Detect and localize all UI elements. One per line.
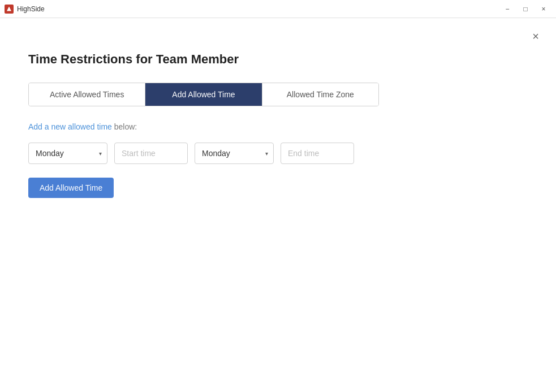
maximize-button[interactable]: □ [518,3,533,15]
dialog-container: Time Restrictions for Team Member Active… [0,18,556,221]
title-bar-controls: − □ × [499,3,551,15]
close-dialog-button[interactable]: × [527,27,545,45]
add-allowed-time-button[interactable]: Add Allowed Time [28,178,114,198]
title-bar: HighSide − □ × [0,0,556,18]
start-time-input[interactable] [114,143,188,164]
minimize-button[interactable]: − [499,3,515,15]
start-day-wrapper: Monday Tuesday Wednesday Thursday Friday… [28,143,107,164]
form-row: Monday Tuesday Wednesday Thursday Friday… [28,143,528,164]
app-name: HighSide [17,5,45,13]
tab-add-allowed-time[interactable]: Add Allowed Time [145,83,262,106]
end-day-wrapper: Monday Tuesday Wednesday Thursday Friday… [195,143,274,164]
instruction-link: Add a new allowed time [28,122,112,131]
main-content: × Time Restrictions for Team Member Acti… [0,18,556,392]
dialog-title: Time Restrictions for Team Member [28,52,528,67]
tab-allowed-time-zone[interactable]: Allowed Time Zone [262,83,378,106]
start-day-select[interactable]: Monday Tuesday Wednesday Thursday Friday… [28,143,107,164]
end-day-select[interactable]: Monday Tuesday Wednesday Thursday Friday… [195,143,274,164]
tab-active-allowed-times[interactable]: Active Allowed Times [29,83,145,106]
titlebar-close-button[interactable]: × [536,3,551,15]
add-instruction: Add a new allowed time below: [28,122,528,131]
end-time-input[interactable] [281,143,354,164]
tabs-container: Active Allowed Times Add Allowed Time Al… [28,83,379,106]
title-bar-left: HighSide [5,5,45,14]
app-icon [5,5,14,14]
